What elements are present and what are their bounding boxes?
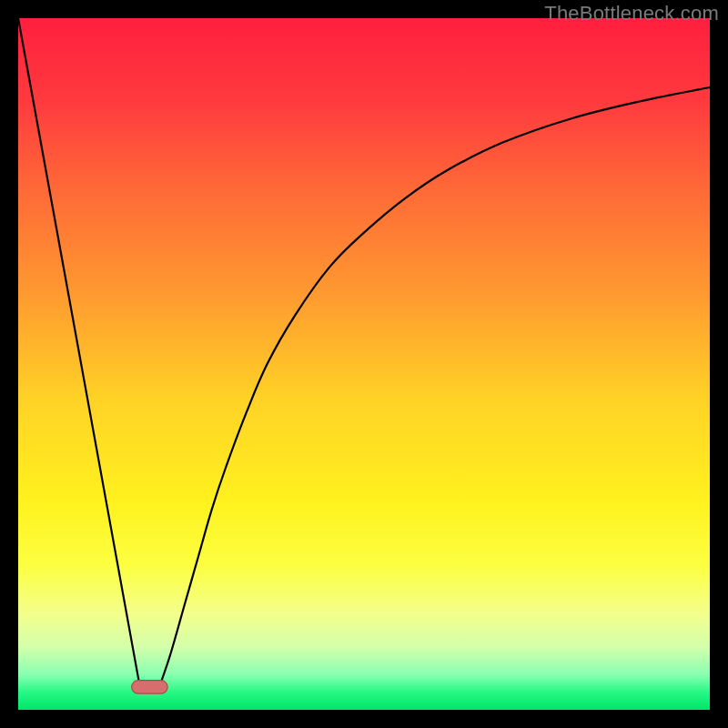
plot-area: [18, 18, 710, 710]
gradient-background: [18, 18, 710, 710]
chart-svg: [18, 18, 710, 710]
min-marker: [132, 681, 168, 693]
chart-frame: TheBottleneck.com: [0, 0, 728, 728]
watermark-text: TheBottleneck.com: [544, 2, 719, 25]
marker-layer: [132, 681, 168, 693]
